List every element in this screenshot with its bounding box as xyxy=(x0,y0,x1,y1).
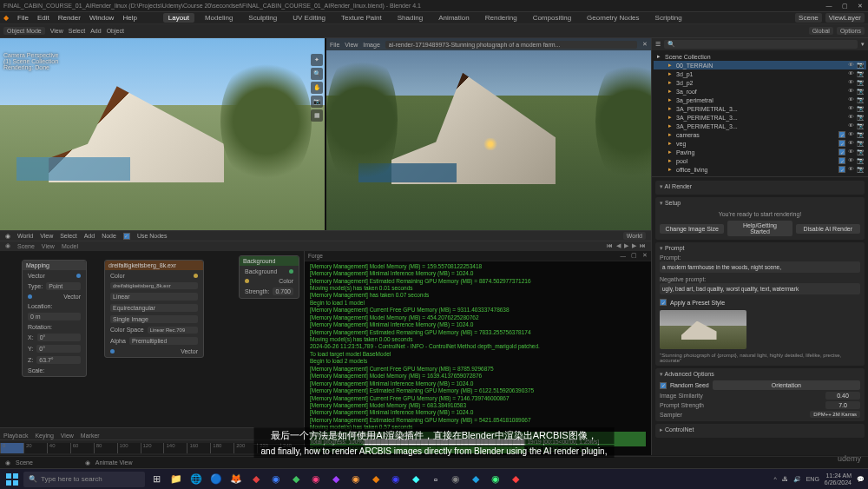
notification-icon[interactable]: 💬 xyxy=(857,476,865,483)
app-icon[interactable]: ◉ xyxy=(447,471,464,488)
app-icon[interactable]: ◉ xyxy=(307,471,325,488)
tab-rendering[interactable]: Rendering xyxy=(480,13,523,23)
tb-view[interactable]: View xyxy=(50,28,63,34)
app-icon[interactable]: ◉ xyxy=(347,471,365,488)
eye-icon[interactable]: 👁 xyxy=(848,105,854,112)
orientation-button[interactable]: Orientation xyxy=(713,380,860,390)
eye-icon[interactable]: 👁 xyxy=(848,62,854,69)
node-background[interactable]: Background Background Color Strength:0.7… xyxy=(239,255,299,299)
socket-icon[interactable] xyxy=(28,294,32,299)
random-seed-checkbox[interactable]: ✓ xyxy=(660,382,667,389)
close-icon[interactable]: ✕ xyxy=(642,41,648,48)
checkbox-icon[interactable]: ✓ xyxy=(838,157,845,164)
tab-uv[interactable]: UV Editing xyxy=(287,13,331,23)
explorer-icon[interactable]: 📁 xyxy=(168,471,185,488)
outliner-item[interactable]: ▸00_TERRAIN👁📷 xyxy=(654,61,866,69)
eye-icon[interactable]: 👁 xyxy=(848,70,854,77)
render-icon[interactable]: 📷 xyxy=(857,70,865,77)
blender-taskbar-icon[interactable]: ◆ xyxy=(367,471,385,488)
node-env-texture[interactable]: dreifaltigkeitsberg_8k.exr Color dreifal… xyxy=(104,260,204,358)
sb2-scene[interactable]: Scene xyxy=(17,243,35,249)
tab-geonodes[interactable]: Geometry Nodes xyxy=(582,13,644,23)
prompt-strength-field[interactable]: 7.0 xyxy=(825,401,860,409)
render-icon[interactable]: 📷 xyxy=(857,96,865,103)
sampler-select[interactable]: DPM++ 2M Karras xyxy=(810,411,860,418)
tab-anim[interactable]: Animation xyxy=(433,13,475,23)
chevron-up-icon[interactable]: ^ xyxy=(773,476,776,482)
fwd-icon[interactable]: ⏭ xyxy=(640,242,646,249)
firefox-icon[interactable]: 🦊 xyxy=(227,471,245,488)
render-icon[interactable]: 📷 xyxy=(857,157,865,164)
outliner-search[interactable]: 🔍 xyxy=(664,40,858,49)
menu-window[interactable]: Window xyxy=(89,14,114,22)
outliner-item[interactable]: ▸pool✓👁📷 xyxy=(654,156,866,165)
tl-marker[interactable]: Marker xyxy=(81,433,100,439)
render-icon[interactable]: 📷 xyxy=(857,62,865,69)
render-icon[interactable]: 📷 xyxy=(857,88,865,95)
eye-icon[interactable]: 👁 xyxy=(848,140,854,147)
maximize-button[interactable]: ▢ xyxy=(840,2,849,10)
socket-icon[interactable] xyxy=(110,349,115,354)
setup-title[interactable]: Setup xyxy=(660,200,860,207)
eye-icon[interactable]: 👁 xyxy=(848,131,854,138)
menu-help[interactable]: Help xyxy=(122,14,136,22)
editor-type2-icon[interactable]: ◉ xyxy=(5,242,10,249)
scene-selector[interactable]: Scene xyxy=(795,13,822,23)
console-output[interactable]: [Memory Management] Model Memory (MB) = … xyxy=(305,261,651,455)
render-icon[interactable]: 📷 xyxy=(857,166,865,173)
app-icon[interactable]: ◉ xyxy=(487,471,504,488)
tb-object[interactable]: Object xyxy=(107,28,124,34)
ie-view[interactable]: View xyxy=(345,42,358,48)
editor-icon2[interactable]: ◉ xyxy=(85,459,90,466)
world-selector[interactable]: World xyxy=(623,232,646,240)
outliner-item[interactable]: ▸3a_roof👁📷 xyxy=(654,87,866,96)
outliner-icon[interactable]: ☰ xyxy=(655,41,661,48)
editor-type-icon[interactable]: ◉ xyxy=(5,233,10,240)
outliner-item[interactable]: ▸3A_PERIMETRAL_3...👁📷 xyxy=(654,104,866,113)
node-mapping[interactable]: Mapping Vector Type:Point Vector Locatio… xyxy=(22,260,87,377)
outliner[interactable]: ▸ Scene Collection ▸00_TERRAIN👁📷 ▸3d_p1👁… xyxy=(652,50,868,176)
menu-edit[interactable]: Edit xyxy=(37,14,49,22)
app-icon[interactable]: ◉ xyxy=(267,471,285,488)
outliner-item[interactable]: ▸3A_PERIMETRAL_3...👁📷 xyxy=(654,113,866,122)
tab-texpaint[interactable]: Texture Paint xyxy=(336,13,387,23)
app-icon[interactable]: ◉ xyxy=(387,471,404,488)
task-view-icon[interactable]: ⊞ xyxy=(148,471,165,488)
hand-icon[interactable]: ✋ xyxy=(311,82,323,94)
eye-icon[interactable]: 👁 xyxy=(848,114,854,121)
system-tray[interactable]: ^ 🖧 🔊 ENG 11:24 AM 6/26/2024 💬 xyxy=(773,472,865,486)
app-icon[interactable]: ▫ xyxy=(427,471,444,488)
tab-scripting[interactable]: Scripting xyxy=(650,13,687,23)
viewlayer-selector[interactable]: ViewLayer xyxy=(825,13,865,23)
play-icon[interactable]: ▶ xyxy=(624,242,628,249)
prompt-section-title[interactable]: Prompt xyxy=(660,245,860,252)
tl-playback[interactable]: Playback xyxy=(3,433,28,439)
render-icon[interactable]: 📷 xyxy=(857,114,865,121)
eye-icon[interactable]: 👁 xyxy=(848,166,854,173)
sb2-view[interactable]: View xyxy=(42,243,55,249)
tb-global[interactable]: Global xyxy=(809,27,833,35)
tab-layout[interactable]: Layout xyxy=(163,13,194,23)
tb-options[interactable]: Options xyxy=(837,27,865,35)
outliner-item[interactable]: ▸cameras✓👁📷 xyxy=(654,130,866,139)
eye-icon[interactable]: 👁 xyxy=(848,79,854,86)
lang-indicator[interactable]: ENG xyxy=(806,476,819,482)
start-button[interactable] xyxy=(3,471,21,488)
minimize-button[interactable]: — xyxy=(825,2,833,10)
tab-modeling[interactable]: Modeling xyxy=(200,13,238,23)
console-min-icon[interactable]: — xyxy=(621,253,627,259)
app-icon[interactable]: ◆ xyxy=(327,471,345,488)
outliner-item[interactable]: ▸3A_PERIMETRAL_3...👁📷 xyxy=(654,122,866,130)
ie-file[interactable]: File xyxy=(330,42,339,48)
render-icon[interactable]: 📷 xyxy=(857,105,865,112)
eye-icon[interactable]: 👁 xyxy=(848,149,854,155)
prev-icon[interactable]: ◀ xyxy=(616,242,621,249)
gizmo-icon[interactable]: ✦ xyxy=(311,54,323,66)
similarity-field[interactable]: 0.40 xyxy=(825,392,860,400)
prompt-input[interactable]: a modern farmhouse in the woods, night s… xyxy=(660,261,860,273)
preset-preview-image[interactable] xyxy=(660,310,746,349)
zoom-icon[interactable]: 🔍 xyxy=(311,68,323,80)
outliner-item[interactable]: ▸3d_p1👁📷 xyxy=(654,69,866,78)
outliner-item[interactable]: ▸office_living✓👁📷 xyxy=(654,165,866,174)
viewport-image[interactable]: File View Image ai-render-1719489973-Stu… xyxy=(326,38,651,230)
